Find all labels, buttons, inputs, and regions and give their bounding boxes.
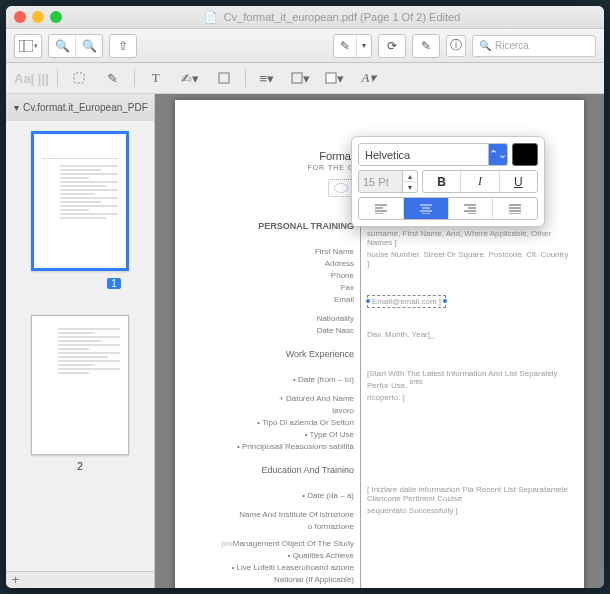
edu-inst-label: Name And Institute Of istruzione: [239, 510, 354, 519]
font-popover: Helvetica ⌃⌄ 15 Pt ▲▼ B I U: [351, 136, 545, 227]
firstname-value[interactable]: surname, First Name, And, Where Applicab…: [367, 229, 570, 247]
edu-level: • Live Lofelti Leaseroboand azione: [232, 563, 354, 572]
edu-subj: proManagement Object Of The Study: [221, 539, 354, 548]
align-left-button[interactable]: [359, 198, 404, 219]
highlight-button[interactable]: ✎: [334, 35, 357, 57]
work-type-label: • Type Of Use: [305, 430, 354, 439]
markup-toolbar: Aa| ||| ✎ T ✍︎▾ ≡▾ ▾ ▾ A▾: [6, 63, 604, 94]
work-section-label: Work Experience: [189, 349, 354, 359]
work-date-label: • Date (from – to): [293, 375, 354, 384]
share-button[interactable]: ⇧: [110, 35, 136, 57]
edu-qual: • Qualities Achieve: [288, 551, 354, 560]
work-hint[interactable]: [Start With The Latest Information And L…: [367, 369, 558, 390]
markup-button[interactable]: ✎: [413, 35, 439, 57]
work-sector-label: • Tipo Di azienda Or Setton: [257, 418, 354, 427]
address-value[interactable]: house Number. Street Or Square. Postcode…: [367, 250, 570, 268]
edu-section-label: Education And Trainino: [189, 465, 354, 475]
fax-label: Fax: [341, 283, 354, 292]
firstname-label: First Name: [315, 247, 354, 256]
sign-tool-button[interactable]: ✍︎▾: [177, 68, 203, 88]
svg-rect-2: [74, 73, 84, 83]
phone-label: Phone: [331, 271, 354, 280]
email-label: Email: [334, 295, 354, 304]
svg-rect-0: [19, 40, 33, 52]
work-employer-label: + Datored And Name: [279, 394, 354, 403]
zoom-window-icon[interactable]: [50, 11, 62, 23]
align-center-button[interactable]: [404, 198, 449, 219]
cv-heading: Format: [189, 150, 354, 162]
document-canvas[interactable]: Format FOR THE C PERSONAL TRAINING First…: [155, 94, 604, 588]
line-style-button[interactable]: ≡▾: [254, 68, 280, 88]
thumbnail-sidebar: ▾ Cv.format.it_European_PDF 1: [6, 94, 155, 588]
cv-subheading: FOR THE C: [189, 164, 354, 171]
edu-hint[interactable]: [ Iniziare dalle informazion Pià Recent …: [367, 485, 570, 503]
page-number-1: 1: [107, 278, 121, 289]
sidebar-header: ▾ Cv.format.it_European_PDF: [6, 94, 154, 121]
page-thumbnail-1[interactable]: [31, 131, 129, 271]
page-thumbnail-2[interactable]: [31, 315, 129, 455]
email-value[interactable]: Email@email.com ]: [367, 295, 446, 308]
highlight-menu-button[interactable]: ▾: [357, 35, 371, 57]
svg-rect-4: [292, 73, 302, 83]
close-window-icon[interactable]: [14, 11, 26, 23]
document-icon: 📄: [204, 11, 218, 24]
underline-button[interactable]: U: [500, 171, 537, 192]
align-right-button[interactable]: [449, 198, 494, 219]
text-style-button[interactable]: A▾: [356, 68, 382, 88]
text-tool-button[interactable]: T: [143, 68, 169, 88]
nationality-label: Nationality: [317, 314, 354, 323]
svg-rect-5: [326, 73, 336, 83]
zoom-out-button[interactable]: 🔍: [49, 35, 76, 57]
font-size-field[interactable]: 15 Pt: [358, 170, 403, 193]
sidebar-view-button[interactable]: ▾: [15, 35, 41, 57]
fill-color-button[interactable]: ▾: [322, 68, 348, 88]
border-color-button[interactable]: ▾: [288, 68, 314, 88]
text-style-label: Aa| |||: [14, 71, 49, 86]
page-number-2: 2: [6, 461, 154, 472]
window-titlebar: 📄 Cv_format_it_european.pdf (Page 1 Of 2…: [6, 6, 604, 29]
search-field[interactable]: 🔍 Ricerca: [472, 35, 596, 57]
edu-date-label: • Date (da – a): [302, 491, 354, 500]
font-size-stepper[interactable]: ▲▼: [403, 170, 418, 193]
sketch-tool-button[interactable]: ✎: [100, 68, 126, 88]
work-resp-label: • Principosali Reasosions sabilità: [237, 442, 354, 451]
inspector-button[interactable]: ⓘ: [446, 35, 466, 57]
zoom-in-button[interactable]: 🔍: [76, 35, 102, 57]
date-nasc-value[interactable]: Dav. Month. Year]_: [367, 330, 570, 339]
selection-tool-button[interactable]: [66, 68, 92, 88]
svg-rect-3: [219, 73, 229, 83]
minimize-window-icon[interactable]: [32, 11, 44, 23]
window-title: Cv_format_it_european.pdf (Page 1 Of 2) …: [224, 11, 461, 23]
address-label: Address: [325, 259, 354, 268]
bold-button[interactable]: B: [423, 171, 461, 192]
personal-section-label: PERSONAL TRAINING: [189, 221, 354, 231]
font-family-caret-icon[interactable]: ⌃⌄: [489, 143, 508, 166]
main-toolbar: ▾ 🔍 🔍 ⇧ ✎ ▾ ⟳ ✎ ⓘ 🔍 Ricerca: [6, 29, 604, 63]
font-family-select[interactable]: Helvetica: [358, 143, 489, 166]
font-color-swatch[interactable]: [512, 143, 538, 166]
date-nasc-label: Date Nasc: [317, 326, 354, 335]
rotate-button[interactable]: ⟳: [379, 35, 405, 57]
align-justify-button[interactable]: [493, 198, 537, 219]
shapes-tool-button[interactable]: [211, 68, 237, 88]
italic-button[interactable]: I: [461, 171, 499, 192]
sidebar-add-page[interactable]: +: [6, 571, 154, 588]
edu-nat: National (If Applicable): [274, 575, 354, 584]
